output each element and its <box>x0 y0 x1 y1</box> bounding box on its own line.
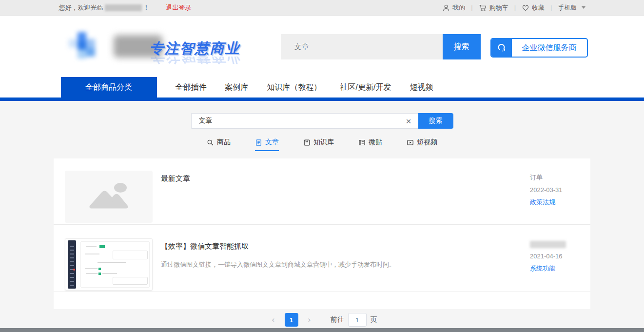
tab-articles-label: 文章 <box>265 138 279 147</box>
tab-knowledge[interactable]: 知识库 <box>303 138 334 151</box>
nav-item-all-plugins[interactable]: 全部插件 <box>176 82 207 93</box>
header-search-input[interactable] <box>281 34 443 59</box>
pagination: ‹ 1 › 前往 页 <box>0 313 644 327</box>
tab-posts[interactable]: 微贴 <box>358 138 382 151</box>
user-icon <box>442 4 450 12</box>
result-2-date: 2021-04-16 <box>530 253 579 260</box>
result-2-thumbnail-screenshot[interactable] <box>65 238 153 291</box>
result-2-title[interactable]: 【效率】微信文章智能抓取 <box>161 242 530 251</box>
top-utility-bar-inner: 您好，欢迎光临！ 退出登录 我的 | 购物车 | <box>59 0 585 15</box>
tab-video[interactable]: 短视频 <box>407 138 437 151</box>
bottom-bar <box>0 328 644 332</box>
result-1-main: 最新文章 <box>153 171 530 223</box>
logout-link[interactable]: 退出登录 <box>166 3 192 12</box>
result-2-category-link[interactable]: 系统功能 <box>530 264 579 273</box>
site-slogan: 专注智慧商业 <box>150 39 240 59</box>
article-icon <box>255 139 262 146</box>
tab-video-label: 短视频 <box>417 138 437 147</box>
chevron-down-icon <box>582 6 585 9</box>
favorites-link[interactable]: 收藏 <box>522 3 545 12</box>
main-navigation: 全部商品分类 全部插件 案例库 知识库（教程） 社区/更新/开发 短视频 <box>0 77 644 98</box>
result-row-1: 最新文章 订单 2022-03-31 政策法规 <box>54 158 590 224</box>
thumbnail-admin-sidebar <box>68 240 76 289</box>
main-navigation-inner: 全部商品分类 全部插件 案例库 知识库（教程） 社区/更新/开发 短视频 <box>59 77 585 98</box>
page: 您好，欢迎光临！ 退出登录 我的 | 购物车 | <box>0 0 644 332</box>
tab-knowledge-label: 知识库 <box>313 138 334 147</box>
goto-page-input[interactable] <box>348 313 367 327</box>
mobile-version-label: 手机版 <box>558 3 577 12</box>
next-page-icon[interactable]: › <box>303 315 316 325</box>
heart-icon <box>522 4 529 12</box>
site-logo-blurred[interactable] <box>78 32 86 41</box>
bookmark-icon <box>303 139 311 146</box>
nav-item-case-library[interactable]: 案例库 <box>225 82 249 93</box>
page-unit-label: 页 <box>371 315 377 324</box>
search-results-page: × 搜索 商品 文章 知识库 <box>0 101 644 328</box>
site-header-inner: 专注智慧商业 专注智慧商业 搜索 企业微信服务商 <box>59 16 585 77</box>
wecom-service-provider-button[interactable]: 企业微信服务商 <box>490 38 588 58</box>
nav-item-short-video[interactable]: 短视频 <box>410 82 433 93</box>
cart-label: 购物车 <box>489 3 508 12</box>
result-1-meta: 订单 2022-03-31 政策法规 <box>530 171 579 223</box>
nav-accent-strip <box>0 98 644 101</box>
result-1-date: 2022-03-31 <box>530 186 579 194</box>
nav-item-community[interactable]: 社区/更新/开发 <box>340 82 391 93</box>
image-placeholder-icon <box>85 180 132 214</box>
row-divider <box>54 292 590 292</box>
account-links: 我的 | 购物车 | 收藏 | 手机版 <box>442 3 585 12</box>
goto-page-group: 前往 页 <box>331 313 377 327</box>
nav-item-knowledge-base[interactable]: 知识库（教程） <box>267 82 322 93</box>
separator: | <box>514 4 516 11</box>
cart-icon <box>479 4 487 12</box>
nav-item-all-categories[interactable]: 全部商品分类 <box>61 77 157 98</box>
result-type-tabs: 商品 文章 知识库 微贴 <box>0 138 644 151</box>
my-account-link[interactable]: 我的 <box>442 3 465 12</box>
tab-articles[interactable]: 文章 <box>255 138 279 151</box>
tab-products[interactable]: 商品 <box>207 138 231 151</box>
mobile-version-dropdown[interactable]: 手机版 <box>558 3 585 12</box>
result-1-thumbnail-placeholder[interactable] <box>65 171 153 223</box>
wecom-button-label: 企业微信服务商 <box>512 39 587 57</box>
greeting-area: 您好，欢迎光临！ 退出登录 <box>59 3 192 12</box>
favorites-label: 收藏 <box>532 3 545 12</box>
search-icon <box>207 139 214 146</box>
result-2-main: 【效率】微信文章智能抓取 通过微信图文链接，一键导入微信图文文章到商城文章营销中… <box>153 238 530 291</box>
thumbnail-textarea-2 <box>113 277 148 285</box>
top-utility-bar: 您好，欢迎光临！ 退出登录 我的 | 购物车 | <box>0 0 644 16</box>
wecom-chat-icon <box>491 39 512 57</box>
results-search-input[interactable] <box>191 113 418 129</box>
tab-products-label: 商品 <box>217 138 231 147</box>
result-2-description: 通过微信图文链接，一键导入微信图文文章到商城文章营销中，减少手动发布时间。 <box>161 260 530 270</box>
separator: | <box>550 4 552 11</box>
list-icon <box>358 139 366 146</box>
header-search-button[interactable]: 搜索 <box>443 34 481 59</box>
result-row-2: 【效率】微信文章智能抓取 通过微信图文链接，一键导入微信图文文章到商城文章营销中… <box>54 225 590 292</box>
tab-posts-label: 微贴 <box>369 138 382 147</box>
prev-page-icon[interactable]: ‹ <box>267 315 280 325</box>
blurred-username <box>105 4 142 11</box>
thumbnail-textarea-1 <box>113 251 148 259</box>
site-header: 专注智慧商业 专注智慧商业 搜索 企业微信服务商 <box>0 16 644 77</box>
result-2-meta: 2021-04-16 系统功能 <box>530 238 579 291</box>
video-icon <box>407 139 414 146</box>
current-page-button[interactable]: 1 <box>285 313 298 327</box>
goto-label: 前往 <box>331 315 344 324</box>
my-account-label: 我的 <box>452 3 465 12</box>
greeting-text: 您好，欢迎光临 <box>59 3 103 12</box>
greeting-suffix: ！ <box>143 3 150 12</box>
result-1-title[interactable]: 最新文章 <box>161 174 530 183</box>
result-1-category-link[interactable]: 政策法规 <box>530 198 579 207</box>
separator: | <box>471 4 472 11</box>
result-2-meta-blurred <box>530 241 566 248</box>
header-search-bar: 搜索 <box>281 34 481 59</box>
cart-link[interactable]: 购物车 <box>479 3 508 12</box>
results-search-bar: × 搜索 <box>191 113 453 129</box>
thumbnail-admin-form <box>80 241 150 288</box>
result-1-meta-top: 订单 <box>530 173 579 182</box>
clear-search-icon[interactable]: × <box>406 113 411 129</box>
results-search-button[interactable]: 搜索 <box>418 113 453 129</box>
results-card: 最新文章 订单 2022-03-31 政策法规 【 <box>54 158 590 309</box>
